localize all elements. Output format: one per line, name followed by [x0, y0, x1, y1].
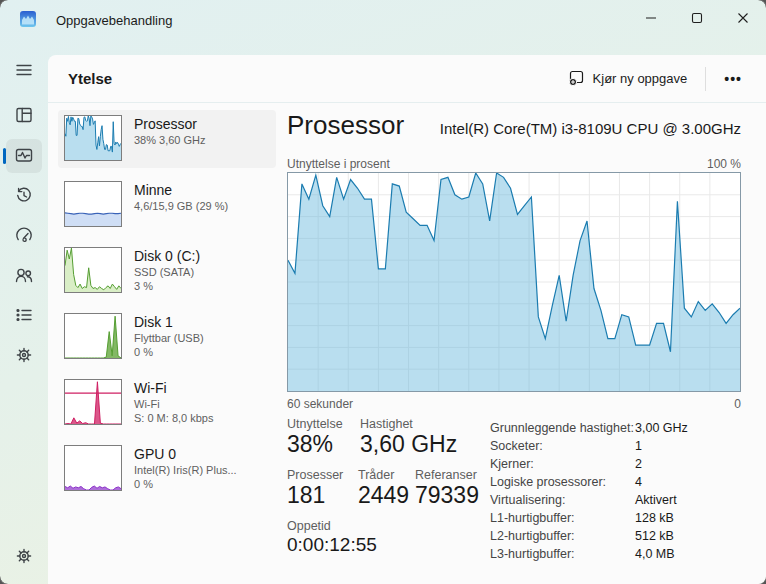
perf-row-title: Minne: [134, 181, 228, 199]
handles-value: 79339: [415, 482, 479, 509]
perf-row-sub2: 0 %: [134, 345, 204, 359]
info-value: 3,00 GHz: [635, 421, 688, 435]
performance-list: Prosessor 38% 3,60 GHz Minne 4,6/15,9 GB…: [58, 110, 276, 506]
cpu-utilization-chart: [287, 172, 741, 392]
detail-header: Prosessor Intel(R) Core(TM) i3-8109U CPU…: [287, 110, 741, 141]
info-label: Virtualisering:: [490, 493, 635, 507]
details-list-icon: [14, 305, 34, 328]
task-manager-app-icon: [20, 11, 36, 27]
cpu-model-name: Intel(R) Core(TM) i3-8109U CPU @ 3.00GHz: [440, 120, 741, 137]
perf-row-cpu[interactable]: Prosessor 38% 3,60 GHz: [58, 110, 276, 168]
info-label: L2-hurtigbuffer:: [490, 529, 635, 543]
uptime-value: 0:00:12:55: [287, 534, 377, 556]
info-value: 2: [635, 457, 642, 471]
info-value: 4: [635, 475, 642, 489]
services-cog-icon: [14, 345, 34, 368]
perf-row-sub2: S: 0 M: 8,0 kbps: [134, 411, 213, 425]
chart-footer: 60 sekunder 0: [287, 397, 741, 411]
cpu-info-list: Grunnleggende hastighet: 3,00 GHz Socket…: [490, 419, 741, 563]
minimize-button[interactable]: [628, 0, 674, 36]
perf-row-sub2: 0 %: [134, 477, 237, 491]
perf-row-disk0[interactable]: Disk 0 (C:) SSD (SATA) 3 %: [58, 242, 276, 300]
disk0-thumbnail-chart: [64, 247, 122, 293]
perf-row-sub: Intel(R) Iris(R) Plus...: [134, 463, 237, 477]
perf-row-gpu[interactable]: GPU 0 Intel(R) Iris(R) Plus... 0 %: [58, 440, 276, 498]
chart-caption-left: Utnyttelse i prosent: [287, 157, 390, 171]
navigation-rail: [0, 40, 48, 584]
ellipsis-icon: •••: [724, 71, 742, 87]
sidebar-item-details[interactable]: [6, 299, 42, 333]
menu-button[interactable]: [6, 54, 42, 88]
info-row-cores: Kjerner: 2: [490, 455, 741, 473]
gpu-thumbnail-chart: [64, 445, 122, 491]
task-manager-window: Oppgavebehandling: [0, 0, 766, 584]
perf-row-sub: Wi-Fi: [134, 397, 213, 411]
sidebar-item-performance[interactable]: [6, 139, 42, 173]
settings-button[interactable]: [6, 540, 42, 574]
perf-row-title: GPU 0: [134, 445, 237, 463]
disk1-thumbnail-chart: [64, 313, 122, 359]
close-button[interactable]: [720, 0, 766, 36]
perf-row-wifi[interactable]: Wi-Fi Wi-Fi S: 0 M: 8,0 kbps: [58, 374, 276, 432]
info-value: Aktivert: [635, 493, 677, 507]
sidebar-item-users[interactable]: [6, 259, 42, 293]
info-value: 4,0 MB: [635, 547, 675, 561]
info-row-l1-cache: L1-hurtigbuffer: 128 kB: [490, 509, 741, 527]
perf-row-title: Disk 0 (C:): [134, 247, 200, 265]
uptime-label: Oppetid: [287, 519, 331, 533]
info-row-sockets: Socketer: 1: [490, 437, 741, 455]
info-label: L1-hurtigbuffer:: [490, 511, 635, 525]
processes-value: 181: [287, 482, 325, 509]
titlebar: Oppgavebehandling: [0, 0, 766, 40]
run-new-task-button[interactable]: Kjør ny oppgave: [558, 63, 698, 95]
utilization-value: 38%: [287, 431, 333, 458]
handles-label: Referanser: [415, 468, 477, 482]
cpu-detail: Prosessor Intel(R) Core(TM) i3-8109U CPU…: [287, 110, 741, 576]
info-label: Logiske prosessorer:: [490, 475, 635, 489]
memory-thumbnail-chart: [64, 181, 122, 227]
perf-row-title: Disk 1: [134, 313, 204, 331]
info-row-base-speed: Grunnleggende hastighet: 3,00 GHz: [490, 419, 741, 437]
sidebar-item-services[interactable]: [6, 339, 42, 373]
gear-icon: [14, 546, 34, 569]
info-row-virtualization: Virtualisering: Aktivert: [490, 491, 741, 509]
perf-row-sub2: 3 %: [134, 279, 200, 293]
perf-row-memory[interactable]: Minne 4,6/15,9 GB (29 %): [58, 176, 276, 234]
cpu-thumbnail-chart: [64, 115, 122, 161]
speed-label: Hastighet: [360, 417, 413, 431]
history-clock-icon: [14, 185, 34, 208]
info-label: L3-hurtigbuffer:: [490, 547, 635, 561]
gauge-icon: [14, 225, 34, 248]
info-row-logical-processors: Logiske prosessorer: 4: [490, 473, 741, 491]
info-row-l3-cache: L3-hurtigbuffer: 4,0 MB: [490, 545, 741, 563]
detail-title: Prosessor: [287, 110, 404, 141]
run-new-task-label: Kjør ny oppgave: [593, 71, 688, 86]
processes-label: Prosesser: [287, 468, 343, 482]
speed-value: 3,60 GHz: [360, 431, 457, 458]
info-value: 128 kB: [635, 511, 674, 525]
perf-row-disk1[interactable]: Disk 1 Flyttbar (USB) 0 %: [58, 308, 276, 366]
sidebar-item-processes[interactable]: [6, 99, 42, 133]
perf-row-sub: 4,6/15,9 GB (29 %): [134, 199, 228, 213]
perf-row-title: Prosessor: [134, 115, 206, 133]
info-label: Socketer:: [490, 439, 635, 453]
run-new-task-icon: [568, 69, 585, 89]
panel-header: Ytelse Kjør ny oppgave •••: [48, 55, 766, 103]
chart-caption-right: 100 %: [707, 157, 741, 171]
chart-footer-right: 0: [734, 397, 741, 411]
page-title: Ytelse: [68, 70, 558, 87]
info-value: 1: [635, 439, 642, 453]
users-icon: [14, 265, 34, 288]
maximize-button[interactable]: [674, 0, 720, 36]
more-options-button[interactable]: •••: [714, 67, 752, 91]
performance-icon: [14, 145, 34, 168]
threads-label: Tråder: [358, 468, 394, 482]
utilization-label: Utnyttelse: [287, 417, 343, 431]
sidebar-item-startup-apps[interactable]: [6, 219, 42, 253]
processes-icon: [14, 105, 34, 128]
info-label: Kjerner:: [490, 457, 635, 471]
perf-row-sub: SSD (SATA): [134, 265, 200, 279]
hamburger-icon: [14, 60, 34, 83]
sidebar-item-app-history[interactable]: [6, 179, 42, 213]
chart-footer-left: 60 sekunder: [287, 397, 353, 411]
